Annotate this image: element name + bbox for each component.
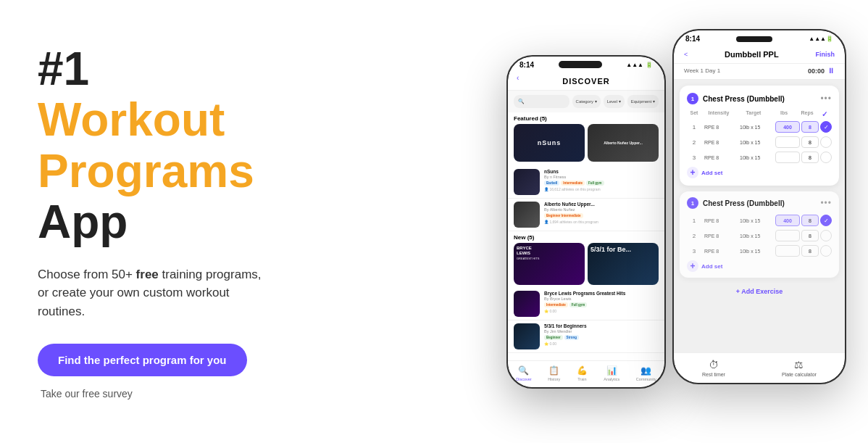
exercise-more-btn-2[interactable]: ••• xyxy=(820,198,832,208)
headline-hash-one: #1 xyxy=(38,43,89,95)
col-header-set: Set xyxy=(687,110,701,118)
set-intensity-1: RPE 8 xyxy=(703,125,738,130)
set-lbs-3[interactable] xyxy=(775,152,800,163)
status-time-secondary: 8:14 xyxy=(685,35,700,43)
set-reps-2[interactable] xyxy=(801,136,819,148)
prog-info-alberto: Alberto Nuñez Upper... By Alberto Nuñez … xyxy=(544,202,659,228)
exercise-name-2: Chest Press (Dumbbell) xyxy=(703,199,820,207)
featured-card-alberto-bg: Alberto Nuñez Upper... xyxy=(588,124,659,162)
workout-finish-btn[interactable]: Finish xyxy=(815,51,835,58)
phone-main: 8:14 ▲▲▲ 🔋 ‹ DISCOVER 🔍 xyxy=(506,55,666,389)
nav-train-label: Train xyxy=(577,377,586,381)
set-check-1[interactable]: ✓ xyxy=(820,121,832,133)
nav-history[interactable]: 📋 History xyxy=(548,365,560,381)
add-set-label-2: Add set xyxy=(701,263,722,270)
exercise-number-2: 1 xyxy=(687,197,698,209)
add-set-btn[interactable]: + Add set xyxy=(687,167,832,178)
set-lbs-1[interactable] xyxy=(775,121,800,133)
prog-card-bryce[interactable]: Bryce Lewis Programs Greatest Hits By Br… xyxy=(508,288,664,320)
add-set-plus-icon: + xyxy=(687,167,698,178)
discover-header: ‹ DISCOVER xyxy=(508,71,664,91)
exercise-header-2: 1 Chest Press (Dumbbell) ••• xyxy=(687,197,832,209)
set-reps-3[interactable] xyxy=(801,152,819,163)
nav-train[interactable]: 💪 Train xyxy=(577,365,588,381)
prog-tags-bryce: Intermediate Full gym xyxy=(544,302,659,307)
prog-stats-alberto: 👤 1,694 athletes on this program xyxy=(544,220,659,224)
set-check-2-3[interactable] xyxy=(820,245,832,257)
set-lbs-2-2[interactable] xyxy=(775,230,800,241)
workout-back-btn[interactable]: < xyxy=(684,51,688,58)
workout-footer: ⏱ Rest timer ⚖ Plate calculator xyxy=(674,352,845,383)
cta-button[interactable]: Find the perfect program for you xyxy=(38,344,247,376)
set-reps-2-1[interactable] xyxy=(801,215,819,226)
set-row-3: 3 RPE 8 10lb x 15 xyxy=(687,152,832,163)
set-lbs-2[interactable] xyxy=(775,136,800,148)
new-row: BRYCELEWISGREATEST HITS 5/3/1 for Be... xyxy=(508,243,664,288)
exercise-more-btn[interactable]: ••• xyxy=(820,94,832,104)
prog-name-531: 5/3/1 for Beginners xyxy=(544,323,659,328)
add-exercise-btn[interactable]: + Add Exercise xyxy=(674,283,845,299)
dynamic-island-secondary xyxy=(736,36,772,42)
featured-card-alberto[interactable]: Alberto Nuñez Upper... xyxy=(588,124,659,162)
exercise-card-2: 1 Chest Press (Dumbbell) ••• 1 RPE 8 10l… xyxy=(680,191,839,278)
nav-analytics-icon: 📊 xyxy=(606,365,617,376)
set-check-2-1[interactable]: ✓ xyxy=(820,215,832,226)
tag-531-beginner: Beginner xyxy=(544,335,563,340)
set-check-3[interactable] xyxy=(820,152,832,163)
set-row-2-2: 2 RPE 8 10lb x 15 xyxy=(687,230,832,241)
workout-title: Dumbbell PPL xyxy=(725,50,779,59)
exercise-card-1: 1 Chest Press (Dumbbell) ••• Set Intensi… xyxy=(680,86,839,186)
col-header-intensity: Intensity xyxy=(701,110,736,118)
set-lbs-2-3[interactable] xyxy=(775,245,800,257)
discover-back-icon[interactable]: ‹ xyxy=(517,74,519,82)
set-intensity-2: RPE 8 xyxy=(703,140,738,145)
sets-table-2: 1 RPE 8 10lb x 15 ✓ 2 RPE 8 10lb x 15 xyxy=(687,215,832,257)
filter-level[interactable]: Level ▾ xyxy=(604,95,625,108)
set-row-2-1: 1 RPE 8 10lb x 15 ✓ xyxy=(687,215,832,226)
timer-pause-icon[interactable]: ⏸ xyxy=(827,67,835,75)
nav-analytics[interactable]: 📊 Analytics xyxy=(604,365,619,381)
new-card-bryce[interactable]: BRYCELEWISGREATEST HITS xyxy=(514,243,585,285)
set-reps-1[interactable] xyxy=(801,121,819,133)
add-set-btn-2[interactable]: + Add set xyxy=(687,260,832,272)
tag-bryce-full: Full gym xyxy=(569,302,588,307)
prog-card-531[interactable]: 5/3/1 for Beginners By Jim Wendler Begin… xyxy=(508,320,664,353)
prog-stats-531: ⭐ 0.00 xyxy=(544,341,659,346)
nav-discover[interactable]: 🔍 Discover xyxy=(516,365,531,381)
featured-card-nsuns[interactable]: nSuns xyxy=(514,124,585,162)
prog-card-alberto[interactable]: Alberto Nuñez Upper... By Alberto Nuñez … xyxy=(508,199,664,231)
set-check-2-2[interactable] xyxy=(820,230,832,241)
status-bar-main: 8:14 ▲▲▲ 🔋 xyxy=(508,57,664,71)
filter-category[interactable]: Category ▾ xyxy=(572,95,601,108)
set-target-2: 10lb x 15 xyxy=(740,140,774,145)
prog-stats-nsuns: 👤 16,612 athletes on this program xyxy=(544,187,659,191)
set-row-2: 2 RPE 8 10lb x 15 xyxy=(687,136,832,148)
new-card-531[interactable]: 5/3/1 for Be... xyxy=(588,243,659,285)
tag-intermediate: Intermediate xyxy=(561,181,585,186)
left-content: #1 Workout Programs App Choose from 50+ … xyxy=(0,44,304,399)
workout-header: < Dumbbell PPL Finish xyxy=(674,44,845,64)
prog-name-alberto: Alberto Nuñez Upper... xyxy=(544,202,659,207)
tag-531-strong: Strong xyxy=(564,335,580,340)
nav-train-icon: 💪 xyxy=(577,365,588,376)
status-bar-secondary: 8:14 ▲▲▲🔋 xyxy=(674,30,845,44)
prog-thumb-bryce xyxy=(514,291,540,317)
rest-timer-btn[interactable]: ⏱ Rest timer xyxy=(702,359,725,377)
set-lbs-2-1[interactable] xyxy=(775,215,800,226)
plate-calc-btn[interactable]: ⚖ Plate calculator xyxy=(782,359,817,377)
search-box[interactable]: 🔍 xyxy=(514,95,569,108)
set-reps-2-3[interactable] xyxy=(801,245,819,257)
survey-link[interactable]: Take our free survey xyxy=(41,388,267,399)
prog-thumb-nsuns xyxy=(514,169,540,195)
rest-timer-icon: ⏱ xyxy=(709,359,719,370)
phones-area: 8:14 ▲▲▲ 🔋 ‹ DISCOVER 🔍 xyxy=(304,0,868,443)
set-reps-2-2[interactable] xyxy=(801,230,819,241)
plate-calc-label: Plate calculator xyxy=(782,372,817,377)
prog-card-nsuns[interactable]: nSuns By n Fitness Barbell Intermediate … xyxy=(508,166,664,199)
search-area: 🔍 Category ▾ Level ▾ Equipment ▾ xyxy=(508,91,664,112)
col-header-reps: Reps xyxy=(797,110,817,118)
set-check-2[interactable] xyxy=(820,136,832,148)
filter-equipment[interactable]: Equipment ▾ xyxy=(627,95,659,108)
nav-community[interactable]: 👥 Community xyxy=(636,365,656,381)
prog-tags-531: Beginner Strong xyxy=(544,335,659,340)
